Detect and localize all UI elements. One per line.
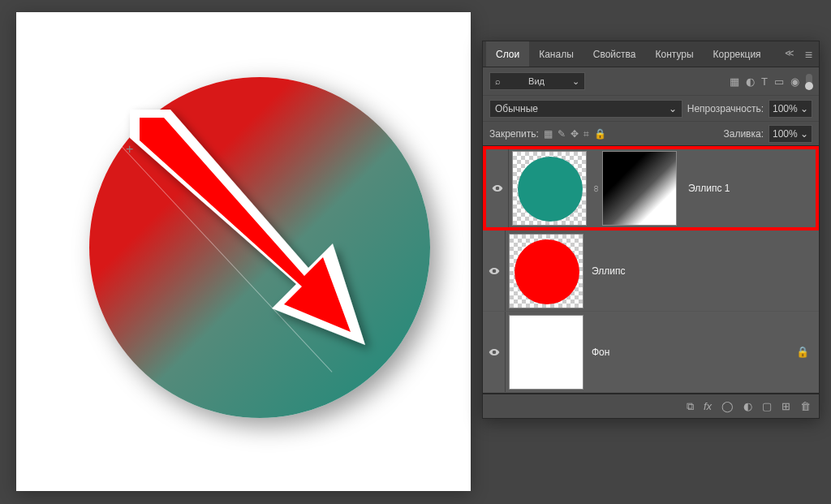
filter-smartobject-icon[interactable]: ◉ (790, 75, 799, 88)
fill-value-text: 100% (773, 128, 798, 140)
canvas-area[interactable]: + (16, 12, 471, 491)
layers-panel: Слои Каналы Свойства Контуры Коррекция ≪… (482, 41, 820, 419)
filter-image-icon[interactable]: ▦ (730, 75, 739, 88)
lock-transparency-icon[interactable]: ▦ (544, 128, 553, 140)
lock-fill-row: Закрепить: ▦ ✎ ✥ ⌗ 🔒 Заливка: 100% ⌄ (483, 121, 819, 145)
layers-list: 𝟾 Эллипс 1 Эллипс Фон (483, 145, 819, 394)
tab-adjustments[interactable]: Коррекция (704, 41, 771, 67)
layer-visibility-toggle[interactable] (486, 149, 509, 227)
layer-row[interactable]: 𝟾 Эллипс 1 (483, 146, 819, 230)
blend-opacity-row: Обычные ⌄ Непрозрачность: 100% ⌄ (483, 95, 819, 121)
layer-name[interactable]: Эллипс (592, 265, 625, 277)
chevron-down-icon: ⌄ (669, 103, 677, 114)
opacity-value-text: 100% (773, 103, 798, 114)
blend-mode-dropdown[interactable]: Обычные ⌄ (489, 100, 682, 118)
adjustment-layer-icon[interactable]: ◐ (743, 400, 752, 412)
ellipse-shape[interactable] (89, 77, 430, 418)
chevron-down-icon: ⌄ (800, 103, 808, 114)
layer-thumbnail[interactable] (512, 151, 587, 226)
layers-panel-footer: ⧉ fx ◯ ◐ ▢ ⊞ 🗑 (483, 394, 819, 418)
panel-menu-icon[interactable]: ≡ (805, 48, 812, 62)
layer-fx-icon[interactable]: fx (704, 400, 712, 412)
opacity-input[interactable]: 100% ⌄ (769, 100, 812, 118)
new-group-icon[interactable]: ▢ (762, 400, 772, 412)
filter-text-icon[interactable]: T (761, 75, 768, 88)
filter-shape-icon[interactable]: ▭ (774, 75, 784, 88)
fill-label: Заливка: (723, 128, 764, 140)
tab-paths[interactable]: Контуры (645, 41, 703, 67)
lock-label: Закрепить: (489, 128, 539, 140)
layer-visibility-toggle[interactable] (483, 312, 506, 392)
layer-row[interactable]: Фон 🔒 (483, 312, 819, 393)
layer-filter-row: ⌕ Вид ⌄ ▦ ◐ T ▭ ◉ (483, 67, 819, 95)
filter-type-label: Вид (528, 76, 545, 86)
mask-link-icon[interactable]: 𝟾 (593, 183, 599, 194)
layer-thumbnail[interactable] (509, 315, 583, 390)
eye-icon (489, 347, 500, 358)
lock-artboard-icon[interactable]: ⌗ (583, 128, 589, 140)
delete-layer-icon[interactable]: 🗑 (800, 400, 811, 412)
add-mask-icon[interactable]: ◯ (721, 400, 734, 412)
blend-mode-value: Обычные (495, 103, 538, 114)
eye-icon (492, 183, 503, 194)
layer-name[interactable]: Эллипс 1 (688, 183, 730, 194)
lock-pixels-icon[interactable]: ✎ (558, 128, 566, 140)
filter-type-dropdown[interactable]: ⌕ Вид ⌄ (489, 72, 585, 90)
tab-layers[interactable]: Слои (486, 41, 529, 67)
eye-icon (489, 265, 500, 277)
layer-row[interactable]: Эллипс (483, 230, 819, 312)
layer-name[interactable]: Фон (592, 347, 609, 358)
layer-thumbnail[interactable] (509, 234, 583, 308)
opacity-label: Непрозрачность: (687, 103, 764, 114)
filter-adjustment-icon[interactable]: ◐ (746, 75, 755, 88)
chevron-down-icon: ⌄ (800, 128, 808, 140)
search-icon: ⌕ (495, 76, 501, 86)
chevron-down-icon: ⌄ (572, 76, 579, 87)
lock-all-icon[interactable]: 🔒 (594, 128, 606, 140)
lock-icon[interactable]: 🔒 (796, 346, 809, 358)
fill-input[interactable]: 100% ⌄ (769, 125, 812, 143)
lock-position-icon[interactable]: ✥ (571, 128, 579, 140)
tab-properties[interactable]: Свойства (583, 41, 646, 67)
crosshair-marker: + (126, 142, 136, 152)
canvas-content: + (16, 12, 471, 491)
link-layers-icon[interactable]: ⧉ (687, 400, 694, 413)
layer-visibility-toggle[interactable] (483, 230, 506, 311)
layer-mask-thumbnail[interactable] (602, 151, 677, 226)
tab-channels[interactable]: Каналы (529, 41, 583, 67)
collapse-icon[interactable]: ≪ (785, 48, 794, 58)
new-layer-icon[interactable]: ⊞ (781, 400, 790, 412)
filter-toggle[interactable] (806, 74, 812, 88)
panel-tabs-header: Слои Каналы Свойства Контуры Коррекция ≪… (483, 41, 819, 67)
